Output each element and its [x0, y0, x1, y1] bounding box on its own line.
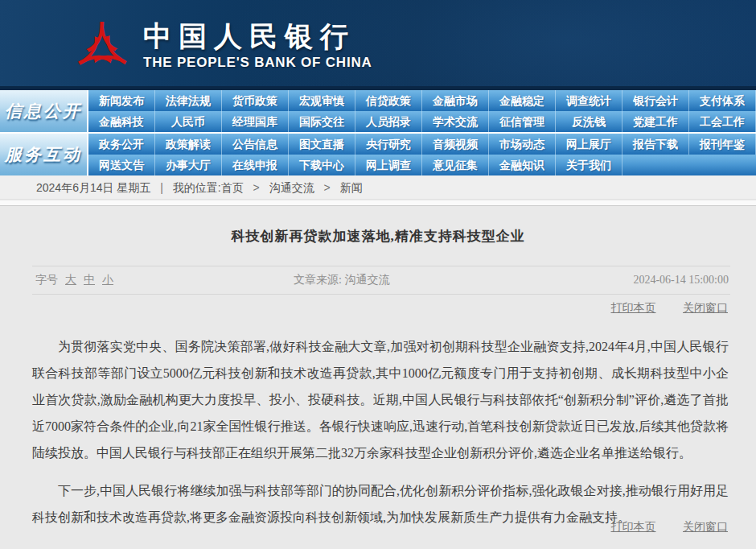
article-area: 科技创新再贷款加速落地,精准支持科技型企业 字号大中小 文章来源: 沟通交流 2…	[0, 206, 756, 549]
site-header: 人 人 人 中国人民银行 THE PEOPLE'S BANK OF CHINA	[0, 0, 756, 90]
page-links-bottom: 打印本页 关闭窗口	[587, 518, 729, 535]
article-body: 为贯彻落实党中央、国务院决策部署,做好科技金融大文章,加强对初创期科技型企业融资…	[32, 333, 729, 542]
breadcrumb-separator: >	[324, 181, 331, 194]
article-meta-row: 字号大中小 文章来源: 沟通交流 2024-06-14 15:00:00	[32, 266, 730, 295]
nav-item[interactable]: 金融稳定	[489, 90, 556, 111]
font-size-link[interactable]: 大	[65, 274, 76, 286]
pboc-emblem-icon: 人 人 人	[72, 14, 132, 79]
nav-item[interactable]: 政策解读	[155, 134, 222, 155]
site-logo-text: 中国人民银行 THE PEOPLE'S BANK OF CHINA	[143, 21, 372, 71]
nav-item[interactable]: 法律法规	[155, 90, 222, 111]
font-size-link[interactable]: 中	[84, 274, 95, 286]
nav-item[interactable]: 反洗钱	[556, 111, 622, 132]
nav-label-info-disclosure[interactable]: 信息公开	[0, 90, 88, 132]
nav-item[interactable]: 公告信息	[222, 134, 289, 155]
nav-item[interactable]: 图文直播	[289, 134, 355, 155]
article-paragraph: 为贯彻落实党中央、国务院决策部署,做好科技金融大文章,加强对初创期科技型企业融资…	[32, 333, 729, 466]
main-nav: 信息公开 新闻发布法律法规货币政策宏观审慎信贷政策金融市场金融稳定调查统计银行会…	[0, 90, 756, 175]
print-page-link[interactable]: 打印本页	[611, 520, 656, 533]
article-title: 科技创新再贷款加速落地,精准支持科技型企业	[0, 227, 756, 246]
font-size-label: 字号	[35, 274, 58, 286]
site-title-en: THE PEOPLE'S BANK OF CHINA	[143, 55, 372, 71]
breadcrumb-location-home[interactable]: 我的位置:首页	[173, 181, 244, 194]
site-title-cn: 中国人民银行	[143, 21, 372, 52]
nav-item[interactable]: 金融知识	[489, 155, 556, 175]
nav-item[interactable]: 央行研究	[355, 134, 422, 155]
content-top-divider	[0, 200, 756, 206]
nav-item[interactable]: 金融科技	[88, 111, 155, 132]
nav-item[interactable]: 下载中心	[289, 155, 355, 175]
nav-item[interactable]: 经理国库	[222, 111, 289, 132]
nav-section-info: 信息公开 新闻发布法律法规货币政策宏观审慎信贷政策金融市场金融稳定调查统计银行会…	[0, 90, 756, 134]
nav-item[interactable]: 支付体系	[689, 90, 756, 111]
nav-label-service-interaction[interactable]: 服务互动	[0, 134, 88, 175]
breadcrumb-pipe: |	[160, 181, 163, 194]
nav-row-info-2: 金融科技人民币经理国库国际交往人员招录学术交流征信管理反洗钱党建工作工会工作	[88, 111, 756, 132]
nav-item[interactable]: 新闻发布	[88, 90, 155, 111]
close-window-link[interactable]: 关闭窗口	[683, 520, 728, 533]
nav-item[interactable]: 货币政策	[222, 90, 289, 111]
nav-item[interactable]: 报告下载	[622, 134, 689, 155]
source-label: 文章来源:	[294, 274, 342, 286]
nav-item[interactable]: 银行会计	[622, 90, 689, 111]
nav-item[interactable]: 调查统计	[556, 90, 622, 111]
nav-item[interactable]: 网送文告	[88, 155, 155, 175]
nav-row-service-2: 网送文告办事大厅在线申报下载中心网上调查意见征集金融知识关于我们	[88, 155, 756, 175]
nav-row-info-1: 新闻发布法律法规货币政策宏观审慎信贷政策金融市场金融稳定调查统计银行会计支付体系	[88, 90, 756, 111]
font-size-link[interactable]: 小	[102, 274, 113, 286]
breadcrumb: 2024年6月14日 星期五 | 我的位置:首页 > 沟通交流 > 新闻	[0, 175, 756, 200]
nav-item[interactable]: 信贷政策	[355, 90, 422, 111]
nav-row-service-1: 政务公开政策解读公告信息图文直播央行研究音频视频市场动态网上展厅报告下载报刊年鉴	[88, 134, 756, 155]
breadcrumb-item-communication[interactable]: 沟通交流	[269, 181, 314, 194]
nav-item[interactable]: 宏观审慎	[289, 90, 355, 111]
nav-item[interactable]: 征信管理	[489, 111, 556, 132]
nav-item[interactable]: 关于我们	[556, 155, 622, 175]
nav-item[interactable]: 国际交往	[289, 111, 355, 132]
breadcrumb-separator: >	[253, 181, 260, 194]
print-page-link[interactable]: 打印本页	[611, 301, 656, 314]
breadcrumb-item-news: 新闻	[340, 181, 363, 194]
nav-menu-info: 新闻发布法律法规货币政策宏观审慎信贷政策金融市场金融稳定调查统计银行会计支付体系…	[88, 90, 756, 132]
nav-item[interactable]: 网上展厅	[556, 134, 622, 155]
source-value: 沟通交流	[344, 274, 389, 286]
nav-section-service: 服务互动 政务公开政策解读公告信息图文直播央行研究音频视频市场动态网上展厅报告下…	[0, 134, 756, 175]
pboc-news-page: { "header": { "title_cn": "中国人民银行", "tit…	[0, 0, 756, 549]
nav-item[interactable]: 人员招录	[355, 111, 422, 132]
nav-item[interactable]: 市场动态	[489, 134, 556, 155]
nav-item[interactable]: 金融市场	[422, 90, 489, 111]
nav-item[interactable]: 音频视频	[422, 134, 489, 155]
nav-item[interactable]: 办事大厅	[155, 155, 222, 175]
breadcrumb-date: 2024年6月14日 星期五	[36, 181, 150, 194]
nav-item[interactable]: 报刊年鉴	[689, 134, 756, 155]
font-size-control: 字号大中小	[35, 266, 113, 294]
nav-item[interactable]: 工会工作	[689, 111, 756, 132]
nav-item[interactable]: 网上调查	[355, 155, 422, 175]
page-links-top: 打印本页 关闭窗口	[587, 299, 729, 316]
article-datetime: 2024-06-14 15:00:00	[633, 266, 729, 294]
nav-item[interactable]: 党建工作	[622, 111, 689, 132]
nav-item[interactable]: 学术交流	[422, 111, 489, 132]
nav-item[interactable]: 政务公开	[88, 134, 155, 155]
nav-item[interactable]: 在线申报	[222, 155, 289, 175]
close-window-link[interactable]: 关闭窗口	[683, 301, 728, 314]
article-source: 文章来源: 沟通交流	[294, 266, 389, 294]
nav-item[interactable]: 人民币	[155, 111, 222, 132]
nav-item[interactable]: 意见征集	[422, 155, 489, 175]
nav-menu-service: 政务公开政策解读公告信息图文直播央行研究音频视频市场动态网上展厅报告下载报刊年鉴…	[88, 134, 756, 175]
